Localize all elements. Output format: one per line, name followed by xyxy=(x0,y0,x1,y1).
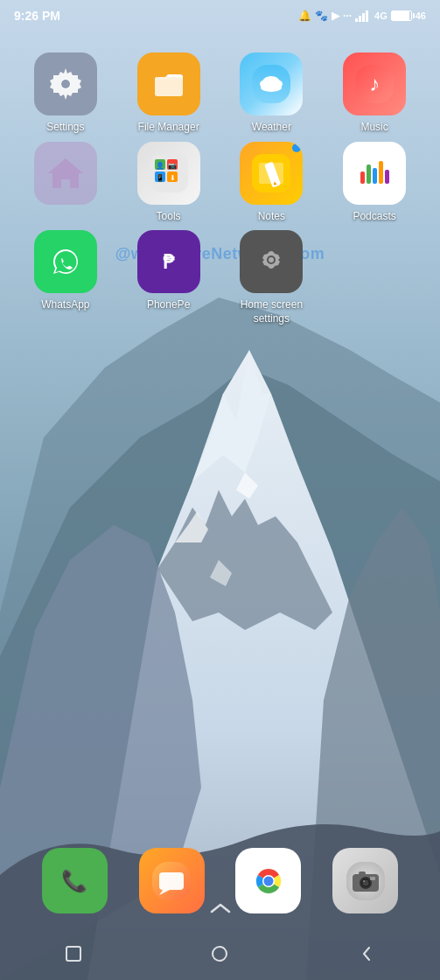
messages-icon xyxy=(139,848,205,914)
app-tools[interactable]: 👤 📷 📱 ⬇ Tools xyxy=(125,142,213,224)
music-icon: ♪ xyxy=(343,52,406,116)
app-grid: Settings File Manager xyxy=(0,44,440,341)
dock-camera[interactable] xyxy=(326,848,405,919)
network-type: 4G xyxy=(374,10,388,21)
status-time: 9:26 PM xyxy=(14,9,60,23)
more-icon: ··· xyxy=(343,10,352,22)
svg-rect-33 xyxy=(373,168,377,184)
dock-phone[interactable]: 📞 xyxy=(35,848,114,919)
phonepe-icon: ₱ xyxy=(137,230,200,293)
battery-icon xyxy=(391,10,412,21)
svg-rect-1 xyxy=(355,18,358,22)
app-row-3: WhatsApp ₱ PhonePe Home screen settin xyxy=(14,230,426,326)
app-row-2: 👤 📷 📱 ⬇ Tools Notes xyxy=(14,142,426,224)
svg-text:📱: 📱 xyxy=(156,173,164,182)
whatsapp-label: WhatsApp xyxy=(41,298,89,312)
dock-messages[interactable] xyxy=(132,848,211,919)
svg-point-6 xyxy=(61,80,70,88)
svg-rect-8 xyxy=(155,77,183,96)
app-row-1: Settings File Manager xyxy=(14,52,426,135)
svg-rect-58 xyxy=(359,872,366,875)
app-homescreen-settings[interactable]: Home screen settings xyxy=(227,230,315,326)
podcasts-icon xyxy=(343,142,406,205)
svg-rect-4 xyxy=(366,10,368,22)
weather-icon xyxy=(240,52,303,116)
dock-chrome[interactable] xyxy=(229,848,308,919)
svg-text:♪: ♪ xyxy=(369,72,380,95)
notification-bell-icon: 🔔 xyxy=(298,10,311,22)
youtube-icon: ▶ xyxy=(332,10,339,22)
notes-notification-dot xyxy=(292,144,301,152)
empty-slot xyxy=(343,230,406,293)
svg-rect-2 xyxy=(359,16,361,22)
app-empty xyxy=(331,230,418,326)
status-icons: 🔔 🐾 ▶ ··· 4G 46 xyxy=(298,10,426,22)
settings-label: Settings xyxy=(46,121,84,135)
svg-rect-3 xyxy=(362,13,365,22)
nav-back-btn[interactable] xyxy=(345,941,388,967)
homescreen-settings-label: Home screen settings xyxy=(232,298,311,326)
svg-text:⬇: ⬇ xyxy=(169,174,175,182)
svg-rect-57 xyxy=(370,877,375,880)
filemanager-label: File Manager xyxy=(138,121,199,135)
whatsapp-icon xyxy=(34,230,97,293)
svg-text:₱: ₱ xyxy=(163,251,175,273)
app-music[interactable]: ♪ Music xyxy=(331,52,418,135)
camera-icon xyxy=(332,848,398,914)
battery-percent: 46 xyxy=(416,10,426,21)
tools-icon: 👤 📷 📱 ⬇ xyxy=(137,142,200,205)
svg-marker-16 xyxy=(48,158,83,188)
phone-icon: 📞 xyxy=(42,848,108,914)
svg-rect-59 xyxy=(66,947,80,961)
app-phonepe[interactable]: ₱ PhonePe xyxy=(125,230,213,326)
nav-recent-btn[interactable] xyxy=(52,941,95,967)
svg-text:📞: 📞 xyxy=(61,868,87,893)
phonepe-label: PhonePe xyxy=(147,298,190,312)
home-ghost-icon xyxy=(34,142,97,205)
nav-home-btn[interactable] xyxy=(198,941,241,967)
app-home[interactable] xyxy=(22,142,109,224)
svg-rect-35 xyxy=(385,170,389,184)
svg-rect-34 xyxy=(379,161,383,184)
app-file-manager[interactable]: File Manager xyxy=(125,52,213,135)
svg-rect-32 xyxy=(367,164,371,184)
svg-rect-31 xyxy=(360,172,365,184)
status-bar: 9:26 PM 🔔 🐾 ▶ ··· 4G 46 xyxy=(0,0,440,32)
app-settings[interactable]: Settings xyxy=(22,52,109,135)
weather-label: Weather xyxy=(252,121,291,135)
svg-text:👤: 👤 xyxy=(156,161,164,170)
app-weather[interactable]: Weather xyxy=(227,52,315,135)
homescreen-settings-icon xyxy=(240,230,303,293)
tools-label: Tools xyxy=(157,210,181,224)
filemanager-icon xyxy=(137,52,200,116)
miui-security-icon: 🐾 xyxy=(315,10,328,22)
app-whatsapp[interactable]: WhatsApp xyxy=(22,230,109,326)
settings-icon xyxy=(34,52,97,116)
svg-point-50 xyxy=(263,876,273,886)
dock: 📞 xyxy=(17,839,423,928)
music-label: Music xyxy=(360,121,388,135)
svg-text:📷: 📷 xyxy=(168,161,177,170)
app-notes[interactable]: Notes xyxy=(227,142,315,224)
notes-label: Notes xyxy=(258,210,285,224)
nav-bar xyxy=(0,932,440,980)
signal-icon xyxy=(355,10,371,22)
svg-point-56 xyxy=(363,880,365,882)
svg-point-13 xyxy=(261,83,282,92)
chrome-icon xyxy=(235,848,301,914)
app-podcasts[interactable]: Podcasts xyxy=(331,142,418,224)
svg-point-41 xyxy=(269,257,274,262)
podcasts-label: Podcasts xyxy=(353,210,395,224)
svg-point-60 xyxy=(213,947,227,961)
notes-icon xyxy=(240,142,303,205)
svg-rect-45 xyxy=(159,872,184,890)
